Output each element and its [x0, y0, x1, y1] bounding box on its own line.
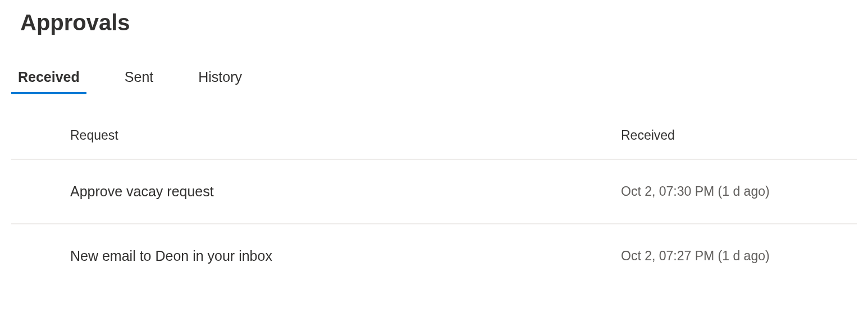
table-row[interactable]: New email to Deon in your inbox Oct 2, 0… — [11, 224, 857, 288]
approvals-table: Request Received Approve vacay request O… — [0, 128, 868, 288]
tab-sent[interactable]: Sent — [118, 69, 160, 94]
table-row[interactable]: Approve vacay request Oct 2, 07:30 PM (1… — [11, 160, 857, 224]
header-received[interactable]: Received — [621, 128, 857, 143]
row-received-text: Oct 2, 07:27 PM (1 d ago) — [621, 248, 857, 264]
page-title: Approvals — [0, 0, 868, 35]
row-received-text: Oct 2, 07:30 PM (1 d ago) — [621, 184, 857, 199]
tabs-container: Received Sent History — [0, 35, 868, 94]
row-request-text: Approve vacay request — [70, 183, 621, 200]
table-header: Request Received — [11, 128, 857, 160]
header-spacer — [11, 128, 70, 143]
row-request-text: New email to Deon in your inbox — [70, 248, 621, 264]
tab-received[interactable]: Received — [11, 69, 86, 94]
tab-history[interactable]: History — [191, 69, 249, 94]
header-request[interactable]: Request — [70, 128, 621, 143]
